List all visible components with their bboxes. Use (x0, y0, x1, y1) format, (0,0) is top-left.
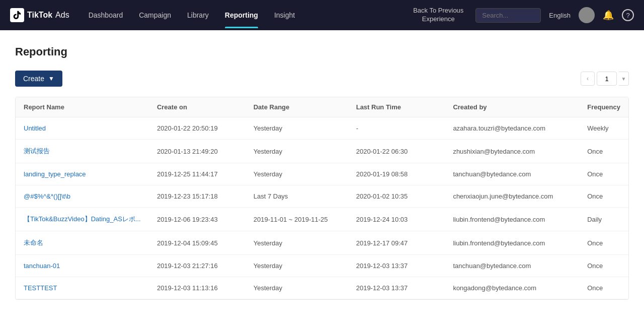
cell-created-by: tanchuan@bytedance.com (445, 163, 579, 185)
report-name-link[interactable]: TESTTEST (24, 284, 57, 292)
cell-last-run-time: 2019-12-03 13:37 (348, 255, 445, 277)
nav-item-insight[interactable]: Insight (267, 7, 302, 23)
user-avatar[interactable] (579, 7, 595, 23)
header-search[interactable] (475, 8, 541, 23)
nav-item-reporting[interactable]: Reporting (218, 7, 265, 23)
cell-date-range: Last 7 Days (246, 185, 348, 208)
cell-last-run-time: 2020-01-22 06:30 (348, 140, 445, 163)
nav-item-campaign[interactable]: Campaign (132, 7, 178, 23)
cell-create-on: 2020-01-13 21:49:20 (149, 140, 246, 163)
cell-create-on: 2020-01-22 20:50:19 (149, 117, 246, 140)
table-row: 测试报告 2020-01-13 21:49:20 Yesterday 2020-… (16, 140, 628, 163)
cell-report-name: 未命名 (16, 231, 149, 255)
create-button-label: Create (23, 75, 44, 83)
cell-report-name: @#$%^&*()[]\t\b (16, 185, 149, 208)
cell-last-run-time: 2019-12-24 10:03 (348, 208, 445, 231)
cell-date-range: Yesterday (246, 255, 348, 277)
cell-create-on: 2019-12-03 21:27:16 (149, 255, 246, 277)
logo-brand: TikTok (27, 11, 52, 20)
help-icon[interactable]: ? (622, 9, 634, 21)
page-input[interactable] (597, 72, 617, 86)
report-name-link[interactable]: tanchuan-01 (24, 262, 60, 270)
cell-report-name: landing_type_replace (16, 163, 149, 185)
col-header-date-range: Date Range (246, 97, 348, 117)
reports-table-wrapper: Report Name Create on Date Range Last Ru… (15, 97, 629, 300)
cell-last-run-time: - (348, 117, 445, 140)
table-header: Report Name Create on Date Range Last Ru… (16, 97, 628, 117)
nav-item-dashboard[interactable]: Dashboard (82, 7, 130, 23)
reports-table: Report Name Create on Date Range Last Ru… (16, 97, 628, 299)
col-header-create-on: Create on (149, 97, 246, 117)
cell-created-by: kongadong@bytedance.com (445, 277, 579, 299)
col-header-created-by: Created by (445, 97, 579, 117)
page-title: Reporting (15, 45, 629, 58)
table-row: 【TikTok&BuzzVideo】Dating_ASレポ... 2019-12… (16, 208, 628, 231)
cell-date-range: Yesterday (246, 163, 348, 185)
cell-create-on: 2019-12-23 15:17:18 (149, 185, 246, 208)
cell-date-range: 2019-11-01 ~ 2019-11-25 (246, 208, 348, 231)
back-to-previous[interactable]: Back To PreviousExperience (413, 7, 463, 24)
header: TikTok Ads Dashboard Campaign Library Re… (0, 0, 644, 30)
table-body: Untitled 2020-01-22 20:50:19 Yesterday -… (16, 117, 628, 299)
cell-frequency: Daily (579, 208, 628, 231)
report-name-link[interactable]: @#$%^&*()[]\t\b (24, 192, 70, 200)
cell-created-by: azahara.touzri@bytedance.com (445, 117, 579, 140)
header-right: English 🔔 ? (475, 7, 634, 23)
report-name-link[interactable]: 测试报告 (24, 147, 50, 155)
cell-create-on: 2019-12-04 15:09:45 (149, 231, 246, 255)
cell-last-run-time: 2020-01-02 10:35 (348, 185, 445, 208)
cell-create-on: 2019-12-03 11:13:16 (149, 277, 246, 299)
report-name-link[interactable]: landing_type_replace (24, 170, 86, 178)
logo[interactable]: TikTok Ads (10, 8, 69, 22)
cell-last-run-time: 2020-01-19 08:58 (348, 163, 445, 185)
cell-date-range: Yesterday (246, 231, 348, 255)
cell-frequency: Weekly (579, 117, 628, 140)
cell-frequency: Once (579, 231, 628, 255)
table-row: @#$%^&*()[]\t\b 2019-12-23 15:17:18 Last… (16, 185, 628, 208)
nav-item-library[interactable]: Library (180, 7, 216, 23)
main-nav: Dashboard Campaign Library Reporting Ins… (82, 7, 401, 23)
col-header-frequency: Frequency (579, 97, 628, 117)
pagination: ‹ ▼ (581, 72, 629, 86)
chevron-down-icon: ▼ (48, 75, 54, 82)
col-header-report-name: Report Name (16, 97, 149, 117)
logo-product: Ads (55, 11, 69, 20)
cell-created-by: liubin.frontend@bytedance.com (445, 231, 579, 255)
cell-frequency: Once (579, 277, 628, 299)
cell-created-by: liubin.frontend@bytedance.com (445, 208, 579, 231)
prev-page-button[interactable]: ‹ (581, 72, 595, 86)
cell-frequency: Once (579, 185, 628, 208)
cell-last-run-time: 2019-12-17 09:47 (348, 231, 445, 255)
cell-created-by: tanchuan@bytedance.com (445, 255, 579, 277)
cell-created-by: zhushixian@bytedance.com (445, 140, 579, 163)
report-name-link[interactable]: 【TikTok&BuzzVideo】Dating_ASレポ... (24, 215, 141, 223)
create-button[interactable]: Create ▼ (15, 71, 62, 87)
toolbar: Create ▼ ‹ ▼ (15, 71, 629, 87)
cell-create-on: 2019-12-25 11:44:17 (149, 163, 246, 185)
report-name-link[interactable]: Untitled (24, 124, 46, 132)
cell-date-range: Yesterday (246, 277, 348, 299)
table-row: 未命名 2019-12-04 15:09:45 Yesterday 2019-1… (16, 231, 628, 255)
cell-report-name: 测试报告 (16, 140, 149, 163)
cell-date-range: Yesterday (246, 140, 348, 163)
main-content: Reporting Create ▼ ‹ ▼ Report Name Creat… (0, 30, 644, 325)
cell-report-name: TESTTEST (16, 277, 149, 299)
cell-frequency: Once (579, 140, 628, 163)
cell-report-name: 【TikTok&BuzzVideo】Dating_ASレポ... (16, 208, 149, 231)
report-name-link[interactable]: 未命名 (24, 239, 43, 246)
notification-bell-icon[interactable]: 🔔 (603, 10, 614, 21)
cell-date-range: Yesterday (246, 117, 348, 140)
cell-frequency: Once (579, 163, 628, 185)
table-row: Untitled 2020-01-22 20:50:19 Yesterday -… (16, 117, 628, 140)
page-dropdown-arrow[interactable]: ▼ (619, 72, 629, 86)
logo-icon (10, 8, 24, 22)
table-row: TESTTEST 2019-12-03 11:13:16 Yesterday 2… (16, 277, 628, 299)
cell-last-run-time: 2019-12-03 13:37 (348, 277, 445, 299)
cell-created-by: chenxiaojun.june@bytedance.com (445, 185, 579, 208)
cell-frequency: Once (579, 255, 628, 277)
cell-create-on: 2019-12-06 19:23:43 (149, 208, 246, 231)
cell-report-name: Untitled (16, 117, 149, 140)
language-label[interactable]: English (549, 12, 571, 19)
col-header-last-run-time: Last Run Time (348, 97, 445, 117)
table-row: tanchuan-01 2019-12-03 21:27:16 Yesterda… (16, 255, 628, 277)
